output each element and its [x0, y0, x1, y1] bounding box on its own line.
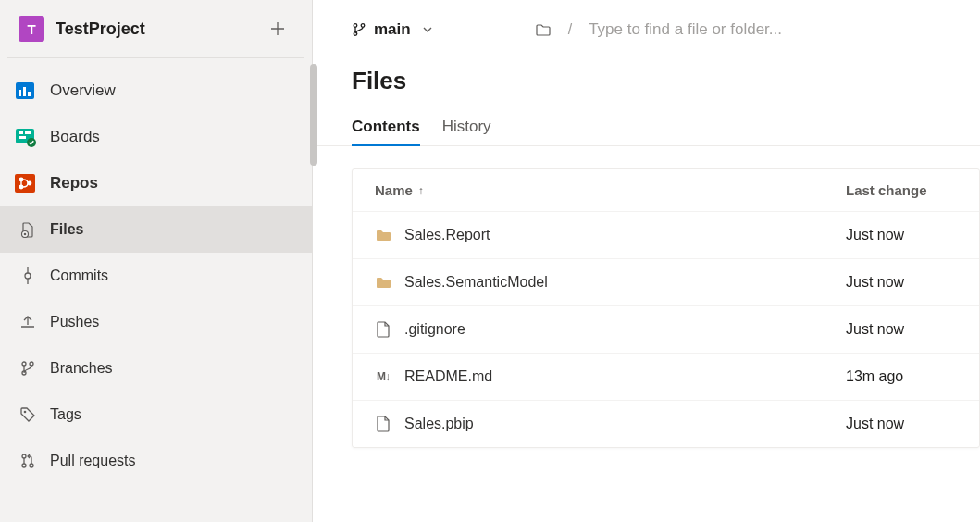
scrollbar-thumb[interactable] — [310, 64, 317, 166]
sidebar-item-branches[interactable]: Branches — [0, 345, 312, 392]
file-last-change: Just now — [846, 321, 957, 338]
project-avatar[interactable]: T — [19, 16, 44, 42]
file-name: Sales.Report — [404, 227, 490, 243]
file-last-change: Just now — [846, 416, 957, 432]
table-row[interactable]: Sales.Report Just now — [353, 211, 979, 258]
svg-point-18 — [30, 362, 33, 366]
commits-icon — [19, 267, 37, 285]
column-header-name[interactable]: Name ↑ — [375, 182, 846, 198]
new-item-button[interactable] — [264, 15, 292, 43]
file-name: Sales.pbip — [404, 416, 474, 432]
column-header-last-change[interactable]: Last change — [846, 182, 957, 198]
sidebar-item-label: Files — [50, 221, 83, 238]
svg-rect-2 — [23, 87, 26, 96]
sidebar-item-overview[interactable]: Overview — [0, 68, 312, 114]
file-last-change: Just now — [846, 274, 957, 291]
branch-name: main — [374, 20, 411, 39]
breadcrumb-separator: / — [561, 21, 579, 38]
svg-point-25 — [361, 24, 365, 28]
svg-point-11 — [19, 185, 24, 190]
svg-rect-1 — [19, 90, 21, 96]
svg-point-16 — [22, 362, 26, 366]
file-name: README.md — [404, 368, 492, 385]
svg-point-20 — [22, 454, 26, 458]
sidebar-item-label: Branches — [50, 360, 113, 377]
branches-icon — [19, 359, 37, 378]
sidebar-item-label: Pull requests — [50, 453, 136, 469]
svg-rect-7 — [19, 136, 26, 139]
svg-rect-5 — [19, 131, 23, 134]
svg-point-22 — [30, 464, 33, 467]
svg-point-21 — [22, 464, 26, 467]
sidebar-item-tags[interactable]: Tags — [0, 392, 312, 438]
sidebar-item-label: Commits — [50, 267, 108, 284]
file-last-change: 13m ago — [846, 368, 957, 385]
tab-history[interactable]: History — [442, 118, 491, 145]
sidebar-item-label: Pushes — [50, 314, 99, 330]
svg-point-15 — [25, 273, 31, 279]
sidebar: T TestProject Overview Boards Repos — [0, 0, 313, 522]
svg-point-19 — [24, 411, 27, 414]
sidebar-item-label: Overview — [50, 81, 116, 100]
sidebar-item-label: Boards — [50, 128, 100, 146]
sidebar-item-label: Tags — [50, 406, 81, 423]
markdown-icon: M↓ — [375, 368, 391, 385]
svg-point-14 — [24, 233, 27, 236]
file-name: .gitignore — [404, 321, 465, 338]
sidebar-item-files[interactable]: Files — [0, 206, 312, 253]
sidebar-item-repos[interactable]: Repos — [0, 160, 312, 206]
file-icon — [375, 321, 391, 338]
sidebar-scrollbar[interactable] — [310, 58, 317, 484]
sidebar-item-pushes[interactable]: Pushes — [0, 299, 312, 345]
pushes-icon — [19, 313, 37, 331]
branch-icon — [352, 22, 366, 37]
sidebar-item-pull-requests[interactable]: Pull requests — [0, 438, 312, 484]
file-icon — [375, 416, 391, 432]
table-header: Name ↑ Last change — [353, 169, 979, 211]
svg-rect-6 — [25, 131, 31, 134]
table-row[interactable]: Sales.pbip Just now — [353, 400, 979, 447]
sidebar-item-label: Repos — [50, 174, 98, 193]
sort-ascending-icon: ↑ — [418, 184, 424, 197]
project-title[interactable]: TestProject — [56, 19, 264, 39]
tags-icon — [19, 405, 37, 424]
svg-rect-9 — [15, 174, 35, 193]
svg-point-23 — [354, 24, 357, 28]
sidebar-header: T TestProject — [7, 0, 304, 58]
overview-icon — [13, 79, 37, 103]
branch-selector[interactable]: main — [352, 20, 433, 39]
file-last-change: Just now — [846, 227, 957, 243]
main-content: main / Files Contents History Name ↑ Las… — [313, 0, 980, 522]
page-title: Files — [313, 48, 980, 95]
chevron-down-icon — [422, 24, 433, 35]
files-icon — [19, 220, 37, 239]
repos-icon — [13, 171, 37, 195]
path-search-input[interactable] — [589, 20, 980, 39]
file-name: Sales.SemanticModel — [404, 274, 548, 291]
folder-root-icon[interactable] — [535, 21, 552, 38]
svg-rect-3 — [28, 92, 31, 96]
file-table: Name ↑ Last change Sales.Report Just now… — [352, 168, 980, 448]
plus-icon — [270, 21, 285, 36]
breadcrumb-row: main / — [313, 11, 980, 48]
boards-icon — [13, 125, 37, 149]
folder-icon — [375, 274, 391, 291]
sidebar-item-boards[interactable]: Boards — [0, 114, 312, 160]
svg-point-10 — [19, 178, 24, 182]
sidebar-nav: Overview Boards Repos Files Commits — [0, 58, 312, 484]
folder-icon — [375, 227, 391, 243]
table-row[interactable]: Sales.SemanticModel Just now — [353, 258, 979, 305]
sidebar-item-commits[interactable]: Commits — [0, 253, 312, 299]
tabs: Contents History — [313, 95, 980, 146]
pull-requests-icon — [19, 452, 37, 470]
tab-contents[interactable]: Contents — [352, 118, 420, 145]
table-row[interactable]: M↓ README.md 13m ago — [353, 353, 979, 400]
table-row[interactable]: .gitignore Just now — [353, 305, 979, 353]
